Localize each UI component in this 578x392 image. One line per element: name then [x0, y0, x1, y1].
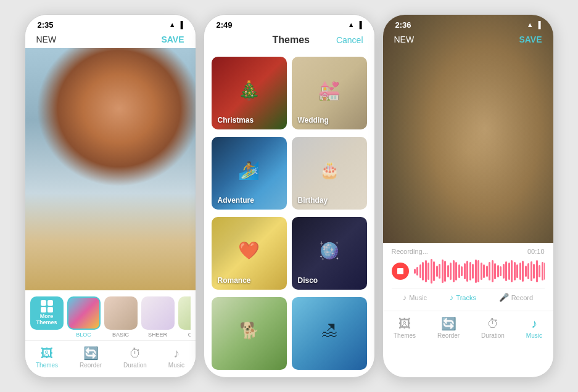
wave-bar — [531, 261, 532, 281]
recording-time: 00:10 — [527, 248, 545, 255]
wave-bar — [436, 266, 438, 277]
cli-theme-label: CLI... — [188, 332, 191, 338]
photo-silhouette — [25, 48, 196, 290]
music-audio-tab[interactable]: ♪ Music — [398, 290, 432, 304]
wave-bar — [525, 266, 527, 277]
wave-bar — [500, 266, 502, 276]
themes-nav-icon: 🖼 — [41, 346, 53, 361]
recording-section: Recording... 00:10 ♪ Music ♪ Tracks — [383, 243, 553, 311]
duration-nav-label-3: Duration — [481, 332, 505, 339]
themes-title: Themes — [246, 35, 336, 46]
birthday-theme[interactable]: 🎂 Birthday — [292, 137, 367, 210]
nav-duration-3[interactable]: ⏱ Duration — [481, 317, 505, 339]
screen3-header: NEW SAVE — [383, 32, 553, 48]
reorder-nav-label: Reorder — [80, 362, 102, 369]
wave-bar — [414, 269, 416, 274]
cancel-button[interactable]: Cancel — [336, 35, 363, 45]
wave-bar — [494, 263, 496, 279]
bloc-theme-item[interactable]: BLOC — [67, 296, 101, 338]
wave-bar — [519, 263, 521, 280]
wave-bar — [433, 261, 435, 281]
christmas-theme[interactable]: 🎄 Christmas — [212, 57, 287, 129]
disco-label: Disco — [298, 276, 318, 285]
bloc-theme-label: BLOC — [76, 332, 91, 338]
themes-nav-icon-3: 🖼 — [398, 317, 411, 331]
nav-music-3[interactable]: ♪ Music — [526, 317, 542, 339]
wave-bar — [472, 264, 474, 279]
battery-icon: ▐ — [178, 21, 183, 28]
wedding-theme[interactable]: 💒 Wedding — [292, 57, 367, 129]
nav-reorder-1[interactable]: 🔄 Reorder — [80, 346, 102, 369]
adventure-theme[interactable]: 🏄 Adventure — [212, 137, 287, 210]
wifi-icon-2: ▲ — [348, 21, 355, 28]
duration-nav-label: Duration — [123, 362, 147, 369]
more-themes-thumb[interactable]: MoreThemes — [30, 296, 64, 330]
wave-bar — [481, 263, 482, 280]
wave-bar — [539, 265, 540, 277]
more1-overlay: 🐕 — [212, 297, 287, 370]
wave-bar — [458, 264, 460, 278]
nav-themes-1[interactable]: 🖼 Themes — [36, 346, 58, 369]
basic-theme-thumb[interactable] — [104, 296, 138, 330]
wave-bar — [453, 260, 455, 282]
wave-bar — [489, 262, 490, 280]
wave-bar — [477, 260, 479, 282]
grid-cell — [47, 300, 53, 306]
screen2-header: Themes Cancel — [204, 32, 374, 52]
wave-bar — [475, 259, 477, 283]
wave-bar — [442, 259, 444, 283]
wave-bar — [505, 261, 507, 281]
new-button-1[interactable]: NEW — [36, 35, 57, 44]
wave-bar — [527, 263, 529, 279]
wave-bar — [542, 262, 543, 280]
nav-themes-3[interactable]: 🖼 Themes — [394, 317, 416, 339]
romance-theme[interactable]: ❤️ Romance — [212, 217, 287, 290]
status-time-1: 2:35 — [38, 20, 54, 30]
new-button-3[interactable]: NEW — [394, 35, 415, 44]
wave-bar — [431, 259, 432, 284]
sheer-theme-thumb[interactable] — [141, 296, 175, 330]
bloc-theme-thumb[interactable] — [67, 296, 101, 330]
wifi-icon-3: ▲ — [527, 21, 534, 28]
basic-theme-item[interactable]: BASIC — [104, 296, 138, 338]
themes-grid: 🎄 Christmas 💒 Wedding 🏄 Adventure 🎂 Birt… — [204, 52, 374, 377]
cli-theme-thumb[interactable] — [178, 296, 191, 330]
nav-reorder-3[interactable]: 🔄 Reorder — [437, 316, 460, 339]
save-button-3[interactable]: SAVE — [519, 35, 542, 44]
status-icons-3: ▲ ▐ — [527, 21, 541, 28]
bottom-nav-1: 🖼 Themes 🔄 Reorder ⏱ Duration ♪ Music — [25, 340, 196, 377]
main-photo-3 — [383, 15, 553, 243]
tracks-tab-icon: ♪ — [450, 293, 454, 302]
wave-bar — [492, 260, 493, 282]
wave-bar — [516, 264, 518, 278]
recording-label: Recording... — [392, 248, 428, 255]
more-theme-2[interactable]: 🏖 — [292, 297, 367, 370]
music-tab-label: Music — [409, 294, 427, 301]
christmas-label: Christmas — [218, 116, 254, 125]
music-nav-label-3: Music — [526, 332, 542, 339]
romance-label: Romance — [218, 276, 251, 285]
bottom-nav-3: 🖼 Themes 🔄 Reorder ⏱ Duration ♪ Music — [383, 311, 553, 348]
nav-music-1[interactable]: ♪ Music — [168, 346, 184, 369]
phone-screen-1: 2:35 ▲ ▐ NEW SAVE — [25, 14, 196, 378]
themes-nav-label: Themes — [36, 362, 58, 369]
duration-nav-icon-3: ⏱ — [487, 317, 499, 331]
tracks-audio-tab[interactable]: ♪ Tracks — [445, 290, 481, 304]
record-tab-label: Record — [511, 294, 533, 301]
reorder-nav-icon: 🔄 — [83, 346, 99, 361]
cli-theme-item[interactable]: CLI... — [178, 296, 191, 338]
wave-bar — [483, 264, 485, 278]
wave-bar — [503, 264, 505, 279]
wave-bar — [461, 266, 463, 276]
stop-button[interactable] — [392, 263, 409, 280]
music-nav-icon-3: ♪ — [531, 317, 537, 331]
disco-theme[interactable]: 🪩 Disco — [292, 217, 367, 290]
record-audio-tab[interactable]: 🎤 Record — [494, 290, 538, 304]
more-themes-item[interactable]: MoreThemes — [30, 296, 64, 338]
more-theme-1[interactable]: 🐕 — [212, 297, 287, 370]
save-button-1[interactable]: SAVE — [161, 35, 184, 44]
recording-header: Recording... 00:10 — [392, 248, 545, 255]
wave-bar — [425, 260, 427, 282]
nav-duration-1[interactable]: ⏱ Duration — [123, 346, 147, 369]
sheer-theme-item[interactable]: SHEER — [141, 296, 175, 338]
